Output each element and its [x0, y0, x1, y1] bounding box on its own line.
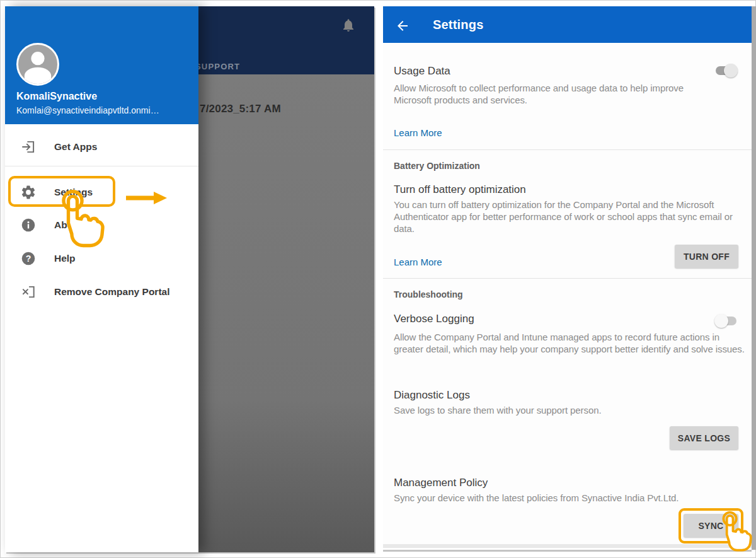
- troubleshooting-section-header: Troubleshooting: [394, 289, 463, 299]
- drawer-item-remove-company-portal[interactable]: Remove Company Portal: [5, 276, 198, 308]
- screenshot-stage: SUPPORT 7/2023_5:17 AM KomaliSynactive K…: [0, 0, 756, 558]
- tab-support[interactable]: SUPPORT: [195, 62, 240, 71]
- left-screenshot-panel: SUPPORT 7/2023_5:17 AM KomaliSynactive K…: [5, 6, 374, 552]
- divider: [383, 278, 752, 279]
- navigation-drawer: KomaliSynactive Komlai@synactiveindiapvt…: [5, 6, 198, 552]
- battery-learn-more-link[interactable]: Learn More: [394, 257, 442, 267]
- get-apps-icon: [20, 139, 37, 155]
- toggle-knob: [724, 64, 738, 78]
- tap-hand-icon: [56, 189, 106, 259]
- drawer-item-label: Get Apps: [54, 141, 97, 153]
- notification-bell-icon[interactable]: [341, 18, 356, 33]
- battery-optimization-title: Turn off battery optimization: [394, 183, 526, 196]
- user-email: Komlai@synactiveindiapvtltd.onmi…: [16, 105, 159, 115]
- drawer-profile-header: KomaliSynactive Komlai@synactiveindiapvt…: [5, 6, 198, 124]
- tap-hand-icon: [718, 511, 753, 558]
- remove-icon: [20, 284, 37, 300]
- svg-text:?: ?: [26, 253, 32, 264]
- drawer-item-get-apps[interactable]: Get Apps: [5, 131, 198, 163]
- usage-data-description: Allow Microsoft to collect performance a…: [394, 82, 712, 106]
- battery-optimization-section-header: Battery Optimization: [394, 161, 480, 171]
- verbose-logging-title: Verbose Logging: [394, 313, 474, 325]
- person-icon: [18, 45, 57, 84]
- usage-data-learn-more-link[interactable]: Learn More: [394, 127, 442, 138]
- management-policy-description: Sync your device with the latest policie…: [394, 492, 747, 504]
- verbose-logging-toggle[interactable]: [714, 314, 737, 328]
- usage-data-title: Usage Data: [394, 65, 450, 78]
- help-icon: ?: [20, 250, 37, 267]
- toggle-knob: [714, 314, 728, 328]
- drawer-scrim[interactable]: [198, 74, 374, 552]
- info-icon: [20, 217, 37, 233]
- back-arrow-icon[interactable]: [395, 18, 410, 33]
- panel-bottom-strip: [383, 544, 752, 548]
- user-name: KomaliSynactive: [16, 91, 97, 102]
- divider: [383, 149, 752, 150]
- diagnostic-logs-title: Diagnostic Logs: [394, 389, 470, 402]
- battery-optimization-description: You can turn off battery optimization fo…: [394, 199, 747, 235]
- right-screenshot-panel: Settings Usage Data Allow Microsoft to c…: [383, 6, 752, 550]
- highlight-arrow-icon: [126, 190, 168, 208]
- settings-app-bar: Settings: [383, 6, 752, 43]
- usage-data-toggle[interactable]: [715, 64, 738, 78]
- verbose-logging-description: Allow the Company Portal and Intune mana…: [394, 331, 747, 355]
- page-title: Settings: [433, 18, 484, 32]
- background-datetime-text: 7/2023_5:17 AM: [200, 103, 281, 115]
- save-logs-button[interactable]: SAVE LOGS: [670, 426, 738, 450]
- drawer-item-label: Remove Company Portal: [54, 286, 169, 298]
- management-policy-title: Management Policy: [394, 477, 488, 489]
- drawer-divider: [5, 166, 198, 166]
- avatar: [16, 43, 59, 86]
- diagnostic-logs-description: Save logs to share them with your suppor…: [394, 404, 747, 416]
- turn-off-button[interactable]: TURN OFF: [675, 245, 738, 268]
